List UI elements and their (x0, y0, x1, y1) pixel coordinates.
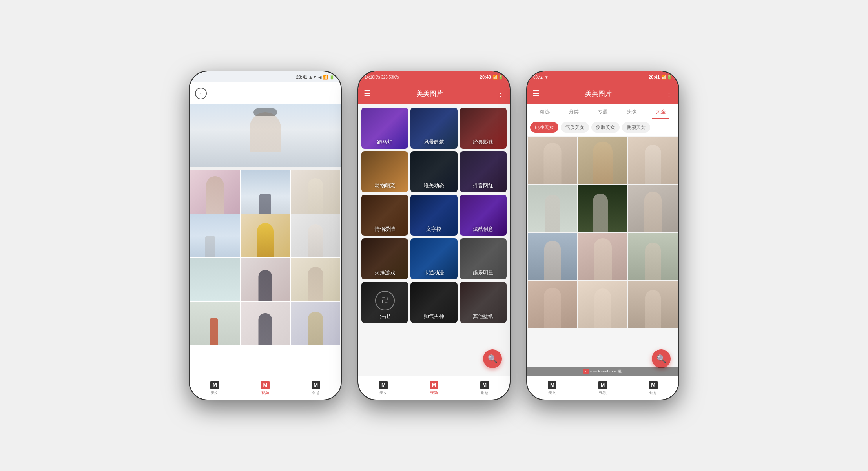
tab-touxiang[interactable]: 头像 (617, 104, 646, 119)
phone3-title: 美美图片 (532, 89, 665, 98)
phone-1-screen: 20:41 ▲▼ ◀ 📶 🔋 ‹ (190, 71, 341, 400)
nav-icon-creative: M (312, 381, 320, 389)
nav-label-video: 视频 (261, 390, 269, 396)
cat-tile-14[interactable]: 帅气男神 (410, 282, 457, 323)
phone-2-screen: 14:18K/s 325.53K/s 20:40 📶🔋 ☰ 美美图片 ⋮ 跑马灯… (358, 71, 510, 400)
gallery-cell-3[interactable] (291, 170, 340, 214)
watermark: T www.tcsawl.com 屋 (527, 367, 678, 376)
phone2-bottom-nav: M 美女 M 视频 M 创意 (358, 376, 510, 400)
phone1-nav-video[interactable]: M 视频 (240, 381, 291, 396)
phone2-nav-video[interactable]: M 视频 (409, 381, 460, 396)
girl-cell-5[interactable] (578, 185, 627, 232)
girl-cell-1[interactable] (528, 137, 577, 184)
gallery-cell-7[interactable] (190, 258, 240, 301)
gallery-cell-6[interactable] (291, 214, 340, 257)
tab-fenlei[interactable]: 分类 (559, 104, 588, 119)
cat-tile-6[interactable]: 抖音网红 (460, 151, 507, 192)
gallery-cell-9[interactable] (291, 258, 340, 301)
girl-cell-12[interactable] (628, 281, 678, 328)
girl-cell-10[interactable] (528, 281, 577, 328)
back-icon: ‹ (200, 90, 202, 97)
fab-search-3[interactable]: 🔍 (652, 349, 671, 368)
back-button[interactable]: ‹ (195, 88, 207, 99)
phone3-nav-video[interactable]: M 视频 (578, 381, 628, 396)
phone1-nav-girl[interactable]: M 美女 (190, 381, 240, 396)
phone-2: 14:18K/s 325.53K/s 20:40 📶🔋 ☰ 美美图片 ⋮ 跑马灯… (357, 71, 511, 400)
cat-tile-8[interactable]: 文字控 (410, 195, 457, 236)
nav-icon-video: M (261, 381, 270, 389)
gallery-cell-12[interactable] (291, 302, 340, 345)
cat-tile-4[interactable]: 动物萌宠 (361, 151, 408, 192)
tab-daquan[interactable]: 大全 (646, 104, 675, 119)
cat-label-7: 情侣爱情 (375, 226, 395, 233)
tab-jingxuan[interactable]: 精选 (530, 104, 559, 119)
nav-label-girl: 美女 (211, 390, 219, 396)
phone3-app-header: ☰ 美美图片 ⋮ (527, 82, 678, 104)
gallery-cell-11[interactable] (241, 302, 290, 345)
cat-tile-7[interactable]: 情侣爱情 (361, 195, 408, 236)
filter-celian[interactable]: 侧脸美女 (591, 122, 620, 133)
cat-tile-9[interactable]: 炫酷创意 (460, 195, 507, 236)
status-bar-1: 20:41 ▲▼ ◀ 📶 🔋 (190, 71, 341, 82)
girl-cell-11[interactable] (578, 281, 627, 328)
phone1-nav-creative[interactable]: M 创意 (290, 381, 341, 396)
cat-label-4: 动物萌宠 (375, 182, 395, 189)
cat-tile-15[interactable]: 其他壁纸 (460, 282, 507, 323)
girl-cell-6[interactable] (628, 185, 678, 232)
cat-tile-3[interactable]: 经典影视 (460, 108, 507, 149)
girl-cell-7[interactable] (528, 233, 577, 280)
phone-3: 08v▲ ▼ 20:41 📶🔋 ☰ 美美图片 ⋮ 精选 分类 专题 头像 大全 … (526, 71, 679, 400)
phone2-nav-girl[interactable]: M 美女 (358, 381, 409, 396)
girl-cell-3[interactable] (628, 137, 678, 184)
gallery-cell-1[interactable] (190, 170, 240, 214)
gallery-grid (190, 170, 341, 346)
cat-tile-1[interactable]: 跑马灯 (361, 108, 408, 149)
status-signal-3: 08v▲ ▼ (533, 75, 649, 79)
cat-label-13: 注卍 (380, 313, 390, 320)
cat-tile-13[interactable]: 卍 注卍 (361, 282, 408, 323)
cat-label-5: 唯美动态 (424, 182, 444, 189)
filter-ceyan[interactable]: 侧颜美女 (622, 122, 650, 133)
cat-tile-5[interactable]: 唯美动态 (410, 151, 457, 192)
phone2-title: 美美图片 (363, 89, 496, 98)
cat-tile-2[interactable]: 风景建筑 (410, 108, 457, 149)
tab-zhuanti[interactable]: 专题 (588, 104, 617, 119)
phone3-nav-label-girl: 美女 (548, 390, 556, 396)
phone2-nav-icon-creative: M (480, 381, 489, 389)
gallery-cell-4[interactable] (190, 214, 240, 257)
filter-pure[interactable]: 纯净美女 (530, 122, 558, 133)
phone-1: 20:41 ▲▼ ◀ 📶 🔋 ‹ (189, 71, 342, 400)
girl-cell-4[interactable] (528, 185, 577, 232)
girl-cell-2[interactable] (578, 137, 627, 184)
more-icon-3[interactable]: ⋮ (665, 89, 673, 98)
phone3-nav-girl[interactable]: M 美女 (527, 381, 578, 396)
fab-search-icon-3: 🔍 (656, 354, 666, 363)
fab-search-2[interactable]: 🔍 (483, 349, 502, 368)
phone3-nav-label-creative: 创意 (649, 390, 657, 396)
cat-tile-12[interactable]: 娱乐明星 (460, 238, 507, 279)
gallery-cell-5[interactable] (241, 214, 290, 257)
cat-label-12: 娱乐明星 (473, 269, 493, 276)
phone3-nav-creative[interactable]: M 创意 (628, 381, 678, 396)
cat-tile-10[interactable]: 火爆游戏 (361, 238, 408, 279)
cat-label-10: 火爆游戏 (375, 269, 395, 276)
filter-row: 纯净美女 气质美女 侧脸美女 侧颜美女 (527, 119, 678, 136)
cat-label-1: 跑马灯 (377, 139, 392, 146)
cat-label-15: 其他壁纸 (473, 313, 493, 320)
status-time-2: 20:40 (480, 75, 491, 79)
gallery-cell-10[interactable] (190, 302, 240, 345)
girl-cell-8[interactable] (578, 233, 627, 280)
girl-grid (527, 136, 678, 329)
gallery-cell-2[interactable] (241, 170, 290, 214)
gallery-cell-8[interactable] (241, 258, 290, 301)
phone2-nav-creative[interactable]: M 创意 (459, 381, 510, 396)
more-icon-2[interactable]: ⋮ (496, 89, 504, 98)
cat-tile-11[interactable]: 卡通动漫 (410, 238, 457, 279)
phone2-nav-label-creative: 创意 (481, 390, 489, 396)
status-bar-3: 08v▲ ▼ 20:41 📶🔋 (527, 71, 678, 82)
filter-qizhi[interactable]: 气质美女 (561, 122, 589, 133)
status-time-3: 20:41 (649, 75, 660, 79)
status-signal-2: 14:18K/s 325.53K/s (365, 75, 480, 79)
girl-cell-9[interactable] (628, 233, 678, 280)
hero-image (190, 104, 341, 167)
